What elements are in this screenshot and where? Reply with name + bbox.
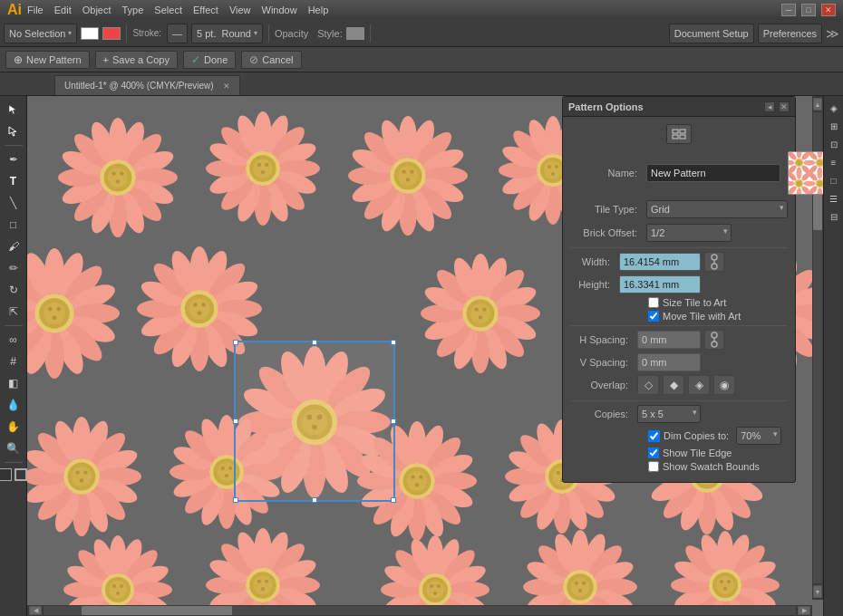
dim-value-select-wrap: 70% 50% 30%: [736, 427, 781, 445]
copies-select[interactable]: 5 x 5 3 x 3 7 x 7: [637, 405, 701, 423]
panel-icon[interactable]: ≫: [826, 26, 839, 41]
done-button[interactable]: ✓ Done: [183, 51, 236, 69]
save-copy-button[interactable]: + Save a Copy: [95, 51, 178, 69]
brick-offset-select[interactable]: 1/2 1/3 1/4: [646, 224, 732, 242]
handle-ml[interactable]: [233, 419, 238, 424]
handle-bl[interactable]: [233, 497, 238, 503]
check-icon: ✓: [191, 53, 200, 66]
menu-edit[interactable]: Edit: [54, 5, 72, 15]
dim-value-select[interactable]: 70% 50% 30%: [736, 427, 781, 445]
mesh-tool[interactable]: #: [3, 351, 24, 371]
width-row: Width:: [570, 252, 788, 272]
layers-btn[interactable]: ☰: [826, 190, 842, 207]
stroke-icon[interactable]: [102, 27, 121, 40]
transform-panel-btn[interactable]: ⊡: [826, 136, 842, 152]
scrollbar-h[interactable]: ◀ ▶: [27, 605, 812, 616]
svg-point-6: [32, 101, 72, 140]
handle-bm[interactable]: [312, 497, 317, 503]
show-tile-edge-row: Show Tile Edge: [570, 448, 788, 458]
grid-icon-btn[interactable]: [666, 124, 692, 144]
blend-tool[interactable]: ∞: [3, 330, 24, 350]
stroke-panel-btn[interactable]: ≡: [826, 154, 842, 170]
menu-help[interactable]: Help: [308, 5, 329, 15]
v-spacing-input[interactable]: [637, 353, 701, 371]
scroll-down-btn[interactable]: ▼: [813, 585, 822, 598]
rotate-tool[interactable]: ↻: [3, 280, 24, 300]
panel-titlebar[interactable]: Pattern Options ◂ ✕: [563, 97, 795, 117]
line-tool[interactable]: ╲: [3, 193, 24, 213]
scroll-hthumb[interactable]: [82, 606, 232, 615]
select-tool[interactable]: [3, 100, 24, 120]
selection-dropdown[interactable]: No Selection ▾: [4, 24, 77, 43]
selection-box: [234, 341, 395, 502]
handle-mr[interactable]: [391, 419, 396, 424]
tile-type-select[interactable]: Grid Brick by Row Brick by Column Hex by…: [646, 200, 788, 218]
document-tab[interactable]: Untitled-1* @ 400% (CMYK/Preview) ✕: [54, 75, 240, 95]
svg-point-39: [712, 332, 717, 338]
scroll-up-btn[interactable]: ▲: [813, 98, 822, 111]
stroke-box[interactable]: [15, 468, 27, 481]
handle-br[interactable]: [391, 497, 396, 503]
menu-window[interactable]: Window: [262, 5, 297, 15]
style-color[interactable]: [346, 27, 364, 40]
rect-tool[interactable]: □: [3, 215, 24, 235]
prefs-button[interactable]: Preferences: [758, 24, 822, 43]
pathfinder-btn[interactable]: □: [826, 172, 842, 188]
overlap-top-front-btn[interactable]: ◈: [688, 375, 710, 395]
name-input[interactable]: [646, 164, 780, 182]
handle-tl[interactable]: [233, 340, 238, 345]
stroke-style-dropdown[interactable]: 5 pt. Round ▾: [191, 24, 263, 43]
move-tile-checkbox[interactable]: [648, 311, 659, 322]
scroll-right-btn[interactable]: ▶: [798, 606, 810, 615]
h-spacing-input[interactable]: [637, 331, 701, 349]
overlap-left-front-btn[interactable]: ◇: [637, 375, 659, 395]
handle-tr[interactable]: [391, 340, 396, 345]
panel-close-button[interactable]: ✕: [779, 101, 790, 112]
close-button[interactable]: ✕: [821, 4, 836, 16]
stroke-weight-input[interactable]: —: [167, 24, 188, 43]
size-to-art-row: Size Tile to Art: [570, 297, 788, 308]
brush-tool[interactable]: 🖌: [3, 236, 24, 256]
type-tool[interactable]: T: [3, 171, 24, 191]
link-dimensions-button[interactable]: [704, 252, 724, 272]
pencil-tool[interactable]: ✏: [3, 258, 24, 278]
menu-type[interactable]: Type: [122, 5, 144, 15]
fill-color[interactable]: [81, 27, 99, 40]
menu-file[interactable]: File: [27, 5, 44, 15]
menu-select[interactable]: Select: [154, 5, 182, 15]
show-tile-edge-checkbox[interactable]: [648, 448, 659, 458]
gradient-tool[interactable]: ◧: [3, 373, 24, 393]
menu-object[interactable]: Object: [82, 5, 111, 15]
handle-tm[interactable]: [312, 340, 317, 345]
tab-close-button[interactable]: ✕: [223, 82, 230, 91]
pen-tool[interactable]: ✒: [3, 149, 24, 169]
link-spacing-button[interactable]: [704, 330, 724, 350]
height-input[interactable]: [619, 275, 701, 294]
overlap-right-front-btn[interactable]: ◆: [663, 375, 684, 395]
cancel-button[interactable]: ⊘ Cancel: [241, 51, 301, 69]
align-panel-btn[interactable]: ⊞: [826, 118, 842, 134]
maximize-button[interactable]: □: [801, 4, 816, 16]
scroll-left-btn[interactable]: ◀: [29, 606, 42, 615]
main-area: ✒ T ╲ □ 🖌 ✏ ↻ ⇱ ∞ # ◧ 💧 ✋ 🔍: [0, 96, 843, 616]
artboards-btn[interactable]: ⊟: [826, 208, 842, 225]
overlap-bottom-front-btn[interactable]: ◉: [713, 375, 735, 395]
menu-view[interactable]: View: [229, 5, 251, 15]
show-swatch-bounds-checkbox[interactable]: [648, 461, 659, 472]
menu-effect[interactable]: Effect: [193, 5, 218, 15]
direct-select-tool[interactable]: [3, 121, 24, 141]
minimize-button[interactable]: ─: [781, 4, 796, 16]
panel-collapse-button[interactable]: ◂: [764, 101, 775, 112]
tool-separator2: [5, 325, 23, 326]
scale-tool[interactable]: ⇱: [3, 302, 24, 322]
hand-tool[interactable]: ✋: [3, 417, 24, 437]
eyedropper-tool[interactable]: 💧: [3, 395, 24, 415]
size-to-art-checkbox[interactable]: [648, 297, 659, 308]
new-pattern-button[interactable]: ⊕ New Pattern: [5, 51, 90, 69]
fill-box[interactable]: [0, 468, 12, 481]
width-input[interactable]: [619, 253, 701, 271]
zoom-tool[interactable]: 🔍: [3, 438, 24, 458]
dim-copies-checkbox[interactable]: [648, 430, 660, 442]
doc-setup-button[interactable]: Document Setup: [669, 24, 754, 43]
color-panel-btn[interactable]: ◈: [826, 100, 842, 116]
